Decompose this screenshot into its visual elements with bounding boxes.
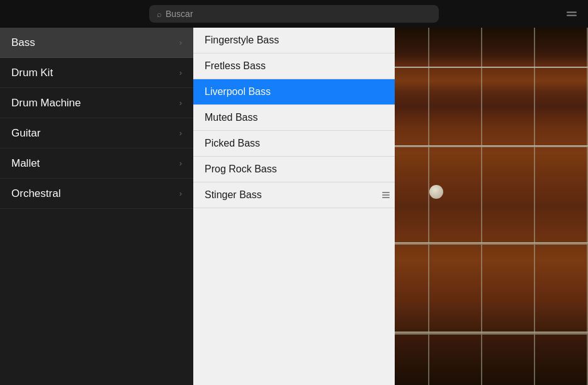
sidebar-item-bass-label: Bass xyxy=(11,36,35,49)
chevron-right-icon: › xyxy=(179,68,182,77)
chevron-right-icon: › xyxy=(179,38,182,47)
instrument-item-muted-bass-label: Muted Bass xyxy=(205,112,257,123)
sidebar: Bass › Drum Kit › Drum Machine › Guitar … xyxy=(0,28,193,385)
instrument-item-fretless-bass-label: Fretless Bass xyxy=(205,60,266,72)
sidebar-item-drum-kit-label: Drum Kit xyxy=(11,67,53,79)
instrument-panel: Fingerstyle Bass Fretless Bass Liverpool… xyxy=(193,28,395,385)
top-bar: ⌕ Buscar xyxy=(0,0,588,28)
fret-marker-3 xyxy=(429,185,443,199)
instrument-item-liverpool-bass[interactable]: Liverpool Bass xyxy=(193,79,395,105)
instrument-item-fingerstyle-bass-label: Fingerstyle Bass xyxy=(205,35,279,46)
sidebar-item-guitar[interactable]: Guitar › xyxy=(0,118,193,148)
sidebar-item-drum-machine-label: Drum Machine xyxy=(11,97,81,109)
sidebar-item-bass[interactable]: Bass › xyxy=(0,28,193,58)
sidebar-item-orchestral[interactable]: Orchestral › xyxy=(0,179,193,209)
sidebar-item-mallet-label: Mallet xyxy=(11,157,40,170)
menu-icon[interactable] xyxy=(567,12,577,16)
instrument-item-stinger-bass-label: Stinger Bass xyxy=(205,189,262,201)
search-box[interactable]: ⌕ Buscar xyxy=(149,5,439,23)
chevron-right-icon: › xyxy=(179,98,182,108)
chevron-right-icon: › xyxy=(179,128,182,138)
chevron-right-icon: › xyxy=(179,189,182,198)
instrument-item-liverpool-bass-label: Liverpool Bass xyxy=(205,86,271,98)
instrument-item-fretless-bass[interactable]: Fretless Bass xyxy=(193,53,395,79)
sidebar-item-drum-kit[interactable]: Drum Kit › xyxy=(0,58,193,88)
scroll-indicator xyxy=(382,192,390,198)
instrument-item-prog-rock-bass[interactable]: Prog Rock Bass xyxy=(193,157,395,182)
instrument-item-muted-bass[interactable]: Muted Bass xyxy=(193,105,395,131)
main-area: Bass › Drum Kit › Drum Machine › Guitar … xyxy=(0,28,588,385)
search-label: Buscar xyxy=(166,9,193,19)
sidebar-item-guitar-label: Guitar xyxy=(11,127,40,140)
instrument-item-picked-bass[interactable]: Picked Bass xyxy=(193,131,395,157)
sidebar-item-mallet[interactable]: Mallet › xyxy=(0,148,193,179)
instrument-item-prog-rock-bass-label: Prog Rock Bass xyxy=(205,164,277,175)
chevron-right-icon: › xyxy=(179,159,182,168)
instrument-item-stinger-bass[interactable]: Stinger Bass xyxy=(193,182,395,208)
sidebar-item-drum-machine[interactable]: Drum Machine › xyxy=(0,88,193,118)
search-icon: ⌕ xyxy=(157,9,162,19)
sidebar-item-orchestral-label: Orchestral xyxy=(11,187,60,200)
instrument-item-fingerstyle-bass[interactable]: Fingerstyle Bass xyxy=(193,28,395,53)
instrument-item-picked-bass-label: Picked Bass xyxy=(205,138,260,149)
